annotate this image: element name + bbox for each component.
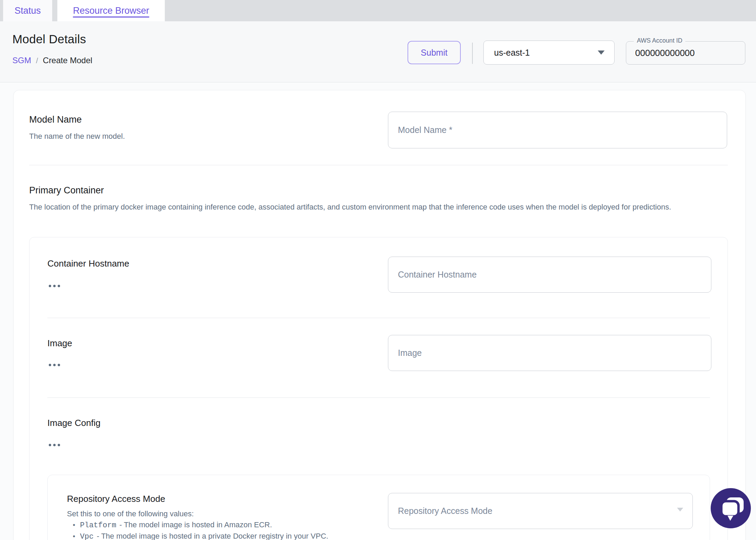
option-code: Platform [80, 520, 116, 531]
chat-widget-button[interactable] [711, 488, 751, 528]
image-config-label: Image Config [47, 418, 101, 428]
region-select[interactable]: us-east-1 [483, 41, 615, 65]
primary-container-description: The location of the primary docker image… [29, 201, 730, 214]
chevron-down-icon [677, 508, 683, 511]
ellipsis-icon[interactable] [48, 362, 61, 368]
region-select-value: us-east-1 [494, 48, 530, 58]
list-item: • Platform - The model image is hosted i… [73, 519, 328, 531]
ellipsis-icon[interactable] [48, 283, 61, 289]
row-divider [47, 318, 710, 318]
model-name-description: The name of the new model. [29, 132, 125, 141]
breadcrumb-current: Create Model [43, 56, 92, 65]
breadcrumb-link-sgm[interactable]: SGM [12, 56, 31, 65]
option-text: - The model image is hosted in a private… [97, 531, 329, 540]
repository-access-mode-options: • Platform - The model image is hosted i… [73, 519, 328, 540]
model-name-input[interactable] [388, 112, 727, 148]
repository-access-mode-select[interactable] [388, 493, 693, 529]
primary-container-label: Primary Container [29, 185, 104, 196]
chat-bubbles-icon [711, 488, 751, 528]
aws-account-id-field: AWS Account ID [626, 41, 745, 65]
tab-resource-browser-label: Resource Browser [73, 5, 149, 16]
repository-access-mode-label: Repository Access Mode [67, 494, 165, 504]
page-title: Model Details [12, 32, 86, 46]
image-input[interactable] [388, 335, 711, 371]
list-item: • Vpc - The model image is hosted in a p… [73, 531, 328, 540]
breadcrumb-separator: / [36, 56, 38, 65]
option-code: Vpc [80, 531, 94, 540]
chevron-down-icon [598, 50, 605, 55]
option-text: - The model image is hosted in Amazon EC… [119, 519, 272, 530]
container-hostname-input[interactable] [388, 257, 711, 293]
tab-status[interactable]: Status [3, 0, 52, 21]
aws-account-id-input[interactable] [626, 42, 745, 64]
tab-resource-browser[interactable]: Resource Browser [57, 0, 165, 21]
bullet-icon: • [73, 531, 75, 540]
header-divider [472, 43, 473, 64]
ellipsis-icon[interactable] [48, 442, 61, 448]
breadcrumb: SGM / Create Model [12, 56, 92, 65]
bullet-icon: • [73, 520, 75, 530]
repository-access-mode-description: Set this to one of the following values: [67, 509, 194, 518]
page-header: Model Details SGM / Create Model Submit … [0, 21, 756, 82]
tab-bar: Status Resource Browser [0, 0, 756, 21]
image-label: Image [47, 338, 72, 349]
row-divider [29, 165, 728, 165]
create-model-page: Status Resource Browser Model Details SG… [0, 0, 756, 540]
submit-button[interactable]: Submit [408, 41, 461, 64]
tab-status-label: Status [14, 5, 41, 16]
model-name-label: Model Name [29, 114, 82, 125]
row-divider [47, 397, 710, 398]
container-hostname-label: Container Hostname [47, 258, 129, 269]
